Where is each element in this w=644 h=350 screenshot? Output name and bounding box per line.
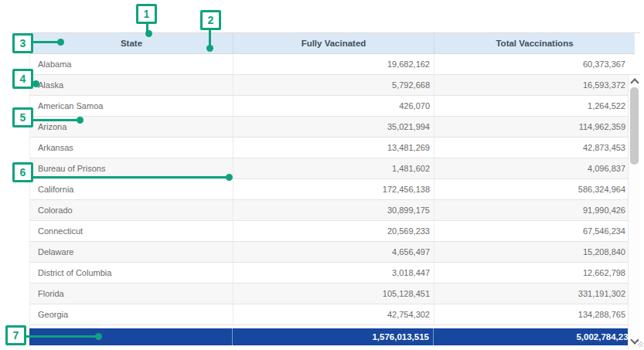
callout-2-badge: 2 — [200, 10, 221, 30]
table-row[interactable]: Arkansas13,481,26942,873,453 — [29, 138, 640, 158]
table-row[interactable]: Colorado30,899,17591,990,426 — [29, 200, 640, 221]
callout-1-dot — [145, 30, 152, 37]
callout-3-badge: 3 — [12, 33, 33, 53]
scrollbar-thumb[interactable] — [630, 87, 639, 165]
callout-2-stem — [209, 29, 211, 46]
total-vaccinations-cell: 114,962,359 — [434, 117, 629, 137]
fully-vacinated-cell: 13,481,269 — [233, 138, 434, 158]
table-row[interactable]: American Samoa426,0701,264,522 — [29, 96, 640, 117]
scroll-up-icon[interactable] — [630, 78, 639, 87]
total-vaccinations-cell: 15,208,840 — [434, 242, 629, 262]
total-vaccinations-cell: 42,873,453 — [434, 138, 629, 158]
table-header-row: State Fully Vacinated Total Vaccinations — [29, 32, 640, 54]
column-header-total-vaccinations[interactable]: Total Vaccinations — [434, 33, 635, 54]
table-body: Alabama19,682,16260,373,367Alaska5,792,6… — [29, 54, 640, 325]
fully-vacinated-cell: 426,070 — [233, 96, 434, 116]
table-row[interactable]: Arizona35,021,994114,962,359 — [29, 117, 640, 138]
callout-7-dot — [95, 333, 102, 340]
fully-vacinated-cell: 3,018,447 — [233, 263, 434, 283]
callout-6-stem — [33, 176, 228, 178]
fully-vacinated-cell: 1,481,602 — [233, 158, 434, 178]
total-vaccinations-cell: 331,191,302 — [434, 284, 629, 304]
callout-5-dot — [77, 117, 83, 124]
table-row[interactable]: California172,456,138586,324,964 — [29, 179, 640, 200]
state-cell: Alabama — [30, 54, 233, 74]
callout-4-badge: 4 — [12, 69, 33, 89]
state-cell: Delaware — [30, 242, 233, 262]
total-vaccinations-cell: 1,264,522 — [434, 96, 629, 116]
fully-vacinated-cell: 19,682,162 — [233, 54, 434, 74]
state-cell: Connecticut — [30, 221, 233, 241]
callout-5-badge: 5 — [12, 107, 33, 127]
callout-7-stem — [26, 335, 97, 338]
total-vaccinations-cell: 12,662,798 — [434, 263, 629, 283]
fully-vacinated-cell: 5,792,668 — [233, 75, 434, 95]
total-vaccinations-cell: 16,593,372 — [434, 75, 629, 95]
fully-vacinated-cell: 172,456,138 — [233, 179, 434, 199]
fully-vacinated-cell: 20,569,233 — [233, 221, 434, 241]
table-row[interactable]: District of Columbia3,018,44712,662,798 — [29, 263, 640, 284]
fully-vacinated-cell: 35,021,994 — [233, 117, 434, 137]
callout-1-badge: 1 — [136, 4, 157, 24]
total-vaccinations-cell: 60,373,367 — [434, 54, 629, 74]
state-cell: Florida — [30, 284, 233, 304]
total-vaccinations-cell: 67,546,234 — [434, 221, 629, 241]
total-vaccinations-cell: 586,324,964 — [434, 179, 629, 199]
total-fully-vacinated-cell: 1,576,013,515 — [232, 328, 433, 345]
state-cell: District of Columbia — [30, 263, 233, 283]
callout-3-dot — [57, 39, 64, 46]
callout-3-stem — [33, 41, 60, 43]
table-row[interactable]: Delaware4,656,49715,208,840 — [29, 242, 640, 263]
total-vaccinations-cell: 134,288,765 — [434, 304, 629, 325]
total-total-vaccinations-cell: 5,002,784,231 — [433, 328, 639, 345]
resize-grip-icon[interactable] — [638, 342, 643, 347]
state-cell: Alaska — [30, 75, 233, 95]
screenshot-stage: State Fully Vacinated Total Vaccinations… — [0, 0, 644, 350]
vertical-scrollbar[interactable] — [628, 75, 640, 349]
fully-vacinated-cell: 30,899,175 — [233, 200, 434, 220]
fully-vacinated-cell: 4,656,497 — [233, 242, 434, 262]
vaccination-table: State Fully Vacinated Total Vaccinations… — [29, 32, 640, 345]
fully-vacinated-cell: 42,754,302 — [233, 304, 434, 325]
total-vaccinations-cell: 4,096,837 — [434, 158, 629, 178]
table-row[interactable]: Alabama19,682,16260,373,367 — [29, 54, 640, 75]
table-row[interactable]: Florida105,128,451331,191,302 — [29, 284, 640, 304]
table-row[interactable]: Connecticut20,569,23367,546,234 — [29, 221, 640, 242]
callout-4-dot — [32, 80, 39, 87]
callout-5-stem — [33, 119, 78, 121]
callout-7-badge: 7 — [5, 325, 26, 345]
state-cell: Arkansas — [30, 138, 233, 158]
state-cell: American Samoa — [30, 96, 233, 116]
total-vaccinations-cell: 91,990,426 — [434, 200, 629, 220]
column-header-fully-vacinated[interactable]: Fully Vacinated — [233, 33, 434, 54]
fully-vacinated-cell: 105,128,451 — [233, 284, 434, 304]
state-cell: California — [30, 179, 233, 199]
table-row[interactable]: Georgia42,754,302134,288,765 — [29, 304, 640, 325]
callout-2-dot — [206, 45, 213, 52]
state-cell: Georgia — [30, 304, 233, 325]
callout-6-badge: 6 — [12, 162, 33, 182]
callout-6-dot — [226, 174, 233, 181]
table-row[interactable]: Alaska5,792,66816,593,372 — [29, 75, 640, 96]
state-cell: Colorado — [30, 200, 233, 220]
totals-row: 1,576,013,515 5,002,784,231 — [29, 328, 639, 345]
